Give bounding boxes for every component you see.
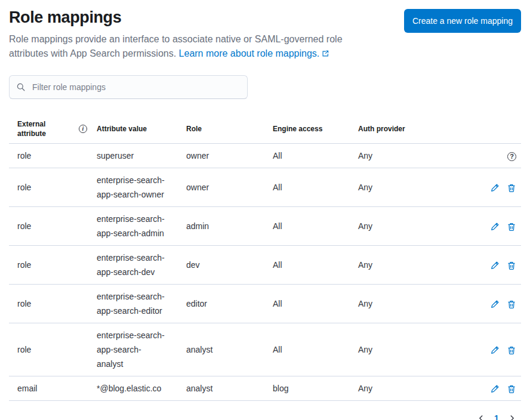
column-header-engine-access: Engine access: [268, 115, 353, 144]
cell-external-attribute: role: [9, 323, 92, 376]
cell-auth-provider: Any: [353, 207, 466, 246]
cell-attribute-value: enterprise-search-app-search-dev: [92, 246, 181, 285]
table-row: role enterprise-search-app-search-analys…: [9, 323, 521, 376]
cell-attribute-value: enterprise-search-app-search-editor: [92, 285, 181, 323]
table-row: role enterprise-search-app-search-editor…: [9, 285, 521, 323]
page-1-button[interactable]: 1: [490, 410, 503, 420]
cell-engine-access: All: [268, 144, 353, 168]
cell-external-attribute: email: [9, 376, 92, 401]
table-body: role superuser owner All Any ? role ente…: [9, 144, 521, 401]
delete-icon[interactable]: [507, 384, 516, 394]
cell-engine-access: All: [268, 168, 353, 207]
cell-actions: [466, 207, 521, 246]
info-icon[interactable]: i: [79, 125, 87, 133]
learn-more-link[interactable]: Learn more about role mappings.: [179, 48, 330, 58]
cell-role: editor: [181, 285, 268, 323]
column-header-role: Role: [181, 115, 268, 144]
help-icon[interactable]: ?: [507, 152, 516, 161]
cell-auth-provider: Any: [353, 285, 466, 323]
edit-icon[interactable]: [490, 299, 500, 309]
edit-icon[interactable]: [490, 345, 500, 355]
cell-engine-access: All: [268, 285, 353, 323]
cell-auth-provider: Any: [353, 168, 466, 207]
edit-icon[interactable]: [490, 261, 500, 270]
cell-auth-provider: Any: [353, 144, 466, 168]
cell-auth-provider: Any: [353, 246, 466, 285]
cell-actions: [466, 246, 521, 285]
cell-attribute-value: superuser: [92, 144, 181, 168]
role-mappings-table: External attributei Attribute value Role…: [9, 115, 521, 401]
cell-external-attribute: role: [9, 168, 92, 207]
column-header-external-attribute: External attributei: [9, 115, 92, 144]
cell-actions: [466, 285, 521, 323]
table-row: role superuser owner All Any ?: [9, 144, 521, 168]
cell-role: dev: [181, 246, 268, 285]
column-header-actions: [466, 115, 521, 144]
delete-icon[interactable]: [507, 299, 516, 309]
table-row: role enterprise-search-app-search-dev de…: [9, 246, 521, 285]
cell-external-attribute: role: [9, 285, 92, 323]
cell-external-attribute: role: [9, 246, 92, 285]
cell-role: admin: [181, 207, 268, 246]
cell-engine-access: All: [268, 207, 353, 246]
edit-icon[interactable]: [490, 183, 500, 193]
column-header-auth-provider: Auth provider: [353, 115, 466, 144]
cell-role: analyst: [181, 376, 268, 401]
delete-icon[interactable]: [507, 345, 516, 355]
delete-icon[interactable]: [507, 183, 516, 193]
filter-input[interactable]: [9, 75, 248, 99]
table-header-row: External attributei Attribute value Role…: [9, 115, 521, 144]
cell-attribute-value: enterprise-search-app-search-owner: [92, 168, 181, 207]
table-row: role enterprise-search-app-search-owner …: [9, 168, 521, 207]
chevron-right-icon: [508, 414, 516, 420]
cell-attribute-value: *@blog.elastic.co: [92, 376, 181, 401]
cell-actions: [466, 376, 521, 401]
cell-external-attribute: role: [9, 144, 92, 168]
cell-auth-provider: Any: [353, 323, 466, 376]
previous-page-button[interactable]: [473, 410, 489, 420]
external-link-icon: [321, 50, 329, 58]
cell-actions: [466, 168, 521, 207]
cell-role: owner: [181, 144, 268, 168]
cell-role: analyst: [181, 323, 268, 376]
learn-more-label: Learn more about role mappings.: [179, 48, 320, 58]
cell-actions: [466, 323, 521, 376]
next-page-button[interactable]: [504, 410, 520, 420]
cell-engine-access: All: [268, 323, 353, 376]
role-mappings-page: Role mappings Role mappings provide an i…: [0, 0, 530, 420]
cell-external-attribute: role: [9, 207, 92, 246]
page-description: Role mappings provide an interface to as…: [9, 32, 382, 61]
table-row: role enterprise-search-app-search-admin …: [9, 207, 521, 246]
edit-icon[interactable]: [490, 222, 500, 231]
cell-actions: ?: [466, 144, 521, 168]
create-role-mapping-button[interactable]: Create a new role mapping: [404, 9, 521, 33]
delete-icon[interactable]: [507, 261, 516, 270]
edit-icon[interactable]: [490, 384, 500, 394]
chevron-left-icon: [477, 414, 485, 420]
page-title: Role mappings: [9, 8, 382, 27]
table-row: email *@blog.elastic.co analyst blog Any: [9, 376, 521, 401]
column-header-label: External attribute: [17, 119, 76, 138]
column-header-attribute-value: Attribute value: [92, 115, 181, 144]
cell-engine-access: blog: [268, 376, 353, 401]
cell-auth-provider: Any: [353, 376, 466, 401]
pagination: 1: [9, 410, 521, 420]
cell-role: owner: [181, 168, 268, 207]
delete-icon[interactable]: [507, 222, 516, 231]
cell-attribute-value: enterprise-search-app-search-analyst: [92, 323, 181, 376]
filter-bar: [9, 75, 248, 99]
cell-attribute-value: enterprise-search-app-search-admin: [92, 207, 181, 246]
cell-engine-access: All: [268, 246, 353, 285]
page-header: Role mappings Role mappings provide an i…: [9, 8, 521, 61]
page-header-text: Role mappings Role mappings provide an i…: [9, 8, 382, 61]
